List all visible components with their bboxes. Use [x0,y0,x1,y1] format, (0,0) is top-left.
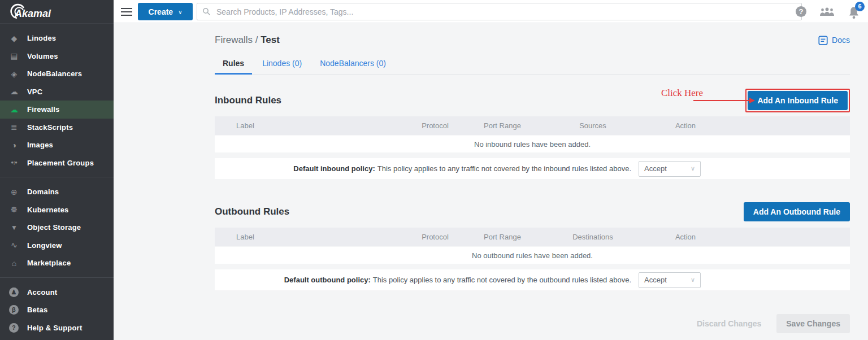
chevron-down-icon: ∨ [691,165,695,172]
column-header-protocol: Protocol [401,121,469,130]
sidebar-item-linodes[interactable]: ◆ Linodes [0,29,114,47]
inbound-rules-table: Label Protocol Port Range Sources Action… [215,116,850,179]
sidebar-item-help-support[interactable]: ? Help & Support [0,319,114,337]
outbound-policy-label: Default outbound policy: [284,276,371,284]
create-button-label: Create [149,7,173,16]
sidebar-item-label: Longview [27,241,62,250]
notification-count-badge: 6 [855,2,865,11]
main-content: Firewalls / Test Docs Rules Linodes (0) … [114,23,868,340]
volumes-icon: ▤ [8,52,20,60]
longview-icon: ∿ [8,241,20,249]
docs-link-label: Docs [832,36,850,45]
column-header-label: Label [215,233,401,241]
sidebar-item-images[interactable]: ◑ Images [0,136,114,154]
inbound-empty-row: No inbound rules have been added. [215,136,850,152]
nodebalancers-icon: ◈ [8,70,20,78]
object-storage-icon: ▼ [8,224,20,231]
stackscripts-icon: ≣ [8,123,20,131]
tab-rules[interactable]: Rules [215,54,252,74]
sidebar-item-nodebalancers[interactable]: ◈ NodeBalancers [0,65,114,83]
outbound-policy-text: This policy applies to any traffic not c… [373,276,631,284]
tab-bar: Rules Linodes (0) NodeBalancers (0) [215,54,850,75]
chevron-down-icon: ∨ [178,9,182,15]
sidebar-item-placement-groups[interactable]: ●|● Placement Groups [0,154,114,172]
sidebar-item-betas[interactable]: β Betas [0,301,114,319]
outbound-table-header: Label Protocol Port Range Destinations A… [215,228,850,246]
sidebar-item-label: Kubernetes [27,206,69,214]
column-header-action: Action [650,121,721,130]
sidebar-item-domains[interactable]: ⊕ Domains [0,183,114,201]
add-outbound-rule-button[interactable]: Add An Outbound Rule [744,202,850,221]
inbound-empty-text: No inbound rules have been added. [474,140,591,149]
annotation-arrow [693,100,750,101]
search-input[interactable] [197,3,802,20]
breadcrumb-current: Test [261,34,280,45]
sidebar-item-label: Betas [27,306,47,314]
sidebar-item-label: Linodes [27,34,56,42]
breadcrumb-parent[interactable]: Firewalls [215,34,253,45]
outbound-empty-text: No outbound rules have been added. [472,251,593,260]
column-header-sources: Sources [536,121,650,130]
inbound-policy-select[interactable]: Accept ∨ [639,161,701,177]
inbound-policy-label: Default inbound policy: [293,164,375,173]
firewalls-icon: ☁ [8,106,20,114]
form-actions: Discard Changes Save Changes [215,314,850,333]
sidebar-item-stackscripts[interactable]: ≣ StackScripts [0,119,114,137]
sidebar-item-firewalls[interactable]: ☁ Firewalls [0,101,114,119]
sidebar-item-vpc[interactable]: ☁ VPC [0,83,114,101]
sidebar-item-kubernetes[interactable]: ☸ Kubernetes [0,201,114,219]
search-icon [202,7,211,16]
sidebar-item-label: Domains [27,188,59,196]
inbound-policy-value: Accept [644,164,667,173]
sidebar-divider [0,177,114,177]
save-changes-button[interactable]: Save Changes [776,314,850,333]
sidebar-item-object-storage[interactable]: ▼ Object Storage [0,219,114,237]
create-button[interactable]: Create ∨ [138,3,193,20]
community-icon[interactable] [819,7,835,17]
sidebar-item-label: Marketplace [27,259,71,267]
sidebar-item-label: Object Storage [27,223,81,232]
sidebar-item-account[interactable]: ♟ Account [0,284,114,302]
inbound-section-header: Inbound Rules Click Here Add An Inbound … [215,88,850,113]
marketplace-icon: ⌂ [8,259,20,267]
akamai-logo[interactable]: Akamai [0,0,114,24]
notifications-bell[interactable]: 6 [848,6,861,20]
akamai-logo-icon: Akamai [7,3,97,21]
click-here-annotation: Click Here [661,88,703,99]
help-circle-icon[interactable]: ? [796,6,806,17]
column-header-protocol: Protocol [401,233,469,241]
docs-link[interactable]: Docs [818,36,850,45]
hamburger-menu-icon[interactable] [121,8,132,16]
outbound-rules-table: Label Protocol Port Range Destinations A… [215,228,850,290]
kubernetes-icon: ☸ [8,206,20,213]
column-header-destinations: Destinations [536,233,650,241]
breadcrumb-separator: / [253,34,261,45]
sidebar: Akamai ◆ Linodes ▤ Volumes ◈ NodeBalance… [0,0,114,340]
images-icon: ◑ [8,141,20,149]
sidebar-item-label: Help & Support [27,324,82,332]
tab-nodebalancers[interactable]: NodeBalancers (0) [312,54,394,74]
sidebar-item-label: Placement Groups [27,159,94,167]
linodes-icon: ◆ [8,34,20,42]
add-inbound-rule-button[interactable]: Add An Inbound Rule [748,91,848,110]
vpc-icon: ☁ [8,88,20,95]
app-window: Akamai ◆ Linodes ▤ Volumes ◈ NodeBalance… [0,0,868,340]
column-header-port-range: Port Range [469,233,536,241]
column-header-label: Label [215,121,401,130]
sidebar-item-marketplace[interactable]: ⌂ Marketplace [0,254,114,272]
tab-linodes[interactable]: Linodes (0) [254,54,310,74]
column-header-port-range: Port Range [469,121,536,130]
outbound-policy-select[interactable]: Accept ∨ [639,272,701,288]
sidebar-divider [0,277,114,278]
sidebar-item-volumes[interactable]: ▤ Volumes [0,47,114,66]
outbound-empty-row: No outbound rules have been added. [215,247,850,264]
help-icon: ? [9,323,19,333]
sidebar-item-label: Images [27,141,53,149]
annotation-highlight-box: Add An Inbound Rule [745,89,850,112]
column-header-action: Action [650,233,721,241]
outbound-rules-title: Outbound Rules [215,206,744,217]
discard-changes-button[interactable]: Discard Changes [697,319,761,328]
sidebar-item-longview[interactable]: ∿ Longview [0,237,114,255]
sidebar-item-label: Account [27,288,57,297]
akamai-logo-text: Akamai [14,8,51,19]
